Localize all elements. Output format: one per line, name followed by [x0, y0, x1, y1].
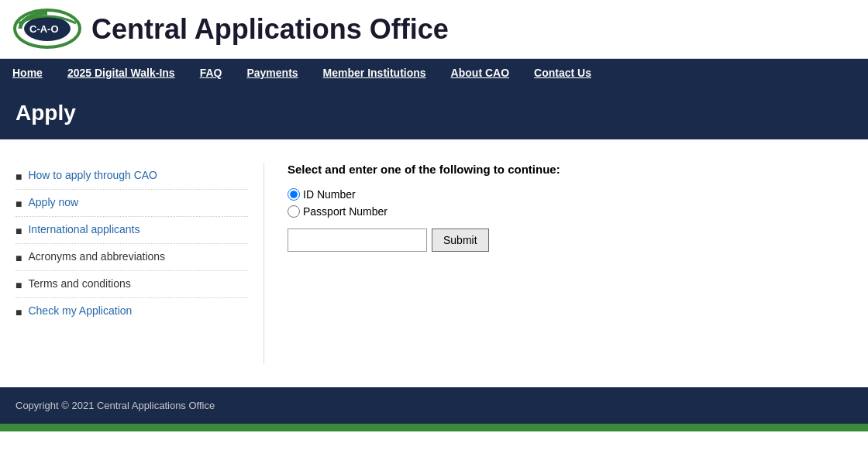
footer: Copyright © 2021 Central Applications Of…: [0, 387, 868, 424]
nav-digital-walkins[interactable]: 2025 Digital Walk-Ins: [55, 59, 188, 87]
nav-member-institutions[interactable]: Member Institutions: [311, 59, 439, 87]
sidebar-label-terms: Terms and conditions: [28, 277, 130, 290]
radio-group: ID Number Passport Number: [288, 188, 845, 218]
nav-payments[interactable]: Payments: [234, 59, 310, 87]
sidebar-item-how-to-apply: ■ How to apply through CAO: [16, 163, 248, 190]
sidebar-item-check-application: ■ Check my Application: [16, 298, 248, 325]
site-title: Central Applications Office: [91, 13, 449, 46]
sidebar-item-acronyms: ■ Acronyms and abbreviations: [16, 244, 248, 271]
radio-option-passport: Passport Number: [288, 205, 845, 218]
sidebar-link-apply-now[interactable]: Apply now: [28, 196, 78, 208]
bullet-icon: ■: [16, 279, 22, 291]
sidebar-item-terms: ■ Terms and conditions: [16, 271, 248, 298]
page-title-bar: Apply: [0, 87, 868, 139]
sidebar-label-acronyms: Acronyms and abbreviations: [28, 250, 165, 263]
nav-home[interactable]: Home: [0, 59, 55, 87]
header: C-A-O Central Applications Office: [0, 0, 868, 59]
radio-option-id: ID Number: [288, 188, 845, 201]
nav-contact-us[interactable]: Contact Us: [522, 59, 604, 87]
copyright-text: Copyright © 2021 Central Applications Of…: [16, 400, 215, 411]
bullet-icon: ■: [16, 225, 22, 237]
radio-passport-number[interactable]: [288, 205, 300, 218]
logo-container: C-A-O Central Applications Office: [12, 8, 449, 50]
bullet-icon: ■: [16, 252, 22, 264]
navbar: Home 2025 Digital Walk-Ins FAQ Payments …: [0, 59, 868, 87]
nav-faq[interactable]: FAQ: [188, 59, 235, 87]
sidebar: ■ How to apply through CAO ■ Apply now ■…: [0, 155, 264, 372]
bullet-icon: ■: [16, 306, 22, 318]
sidebar-link-how-to-apply[interactable]: How to apply through CAO: [28, 169, 157, 181]
sidebar-item-apply-now: ■ Apply now: [16, 190, 248, 217]
form-area: Select and enter one of the following to…: [264, 155, 868, 372]
main-content: ■ How to apply through CAO ■ Apply now ■…: [0, 139, 868, 387]
nav-about-cao[interactable]: About CAO: [439, 59, 522, 87]
id-input[interactable]: [288, 228, 427, 252]
form-title: Select and enter one of the following to…: [288, 163, 845, 176]
bullet-icon: ■: [16, 198, 22, 210]
sidebar-item-international: ■ International applicants: [16, 217, 248, 244]
green-bar: [0, 424, 868, 431]
sidebar-link-international[interactable]: International applicants: [28, 223, 140, 235]
radio-id-number[interactable]: [288, 188, 300, 201]
svg-text:C-A-O: C-A-O: [29, 23, 59, 35]
bullet-icon: ■: [16, 170, 22, 183]
input-submit-row: Submit: [288, 228, 845, 252]
sidebar-link-check-application[interactable]: Check my Application: [28, 304, 132, 317]
page-title: Apply: [16, 101, 852, 125]
radio-id-label: ID Number: [303, 188, 356, 201]
cao-logo: C-A-O: [12, 8, 82, 50]
submit-button[interactable]: Submit: [432, 228, 489, 252]
radio-passport-label: Passport Number: [303, 205, 388, 218]
